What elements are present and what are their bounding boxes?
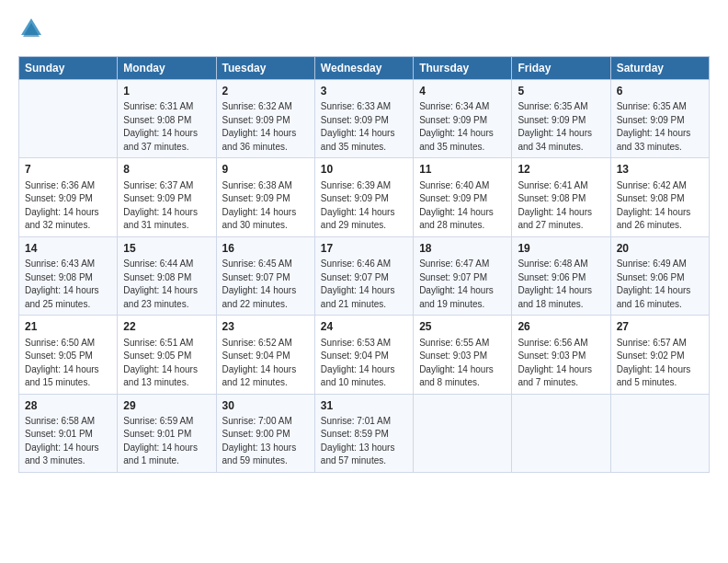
day-number: 2 <box>222 84 309 99</box>
header-cell-tuesday: Tuesday <box>216 57 314 80</box>
day-content: Sunrise: 6:37 AMSunset: 9:09 PMDaylight:… <box>123 179 210 233</box>
header-cell-sunday: Sunday <box>19 57 118 80</box>
day-content: Sunrise: 6:45 AMSunset: 9:07 PMDaylight:… <box>222 258 309 311</box>
day-cell <box>19 80 118 158</box>
day-content: Sunrise: 6:57 AMSunset: 9:02 PMDaylight:… <box>617 337 703 390</box>
header <box>18 17 710 43</box>
header-cell-friday: Friday <box>512 57 610 80</box>
day-cell: 3Sunrise: 6:33 AMSunset: 9:09 PMDaylight… <box>314 80 413 158</box>
day-number: 5 <box>518 84 604 99</box>
day-cell: 29Sunrise: 6:59 AMSunset: 9:01 PMDayligh… <box>118 394 216 472</box>
day-number: 9 <box>222 162 309 178</box>
week-row-5: 28Sunrise: 6:58 AMSunset: 9:01 PMDayligh… <box>19 394 710 472</box>
calendar-table: SundayMondayTuesdayWednesdayThursdayFrid… <box>18 56 710 473</box>
day-number: 31 <box>321 398 407 414</box>
day-content: Sunrise: 6:40 AMSunset: 9:09 PMDaylight:… <box>419 179 506 233</box>
day-cell: 11Sunrise: 6:40 AMSunset: 9:09 PMDayligh… <box>414 158 512 236</box>
day-content: Sunrise: 6:53 AMSunset: 9:04 PMDaylight:… <box>321 337 407 390</box>
day-number: 24 <box>321 319 407 335</box>
week-row-4: 21Sunrise: 6:50 AMSunset: 9:05 PMDayligh… <box>19 316 710 394</box>
day-cell: 7Sunrise: 6:36 AMSunset: 9:09 PMDaylight… <box>19 158 118 236</box>
day-content: Sunrise: 6:47 AMSunset: 9:07 PMDaylight:… <box>419 258 506 311</box>
week-row-2: 7Sunrise: 6:36 AMSunset: 9:09 PMDaylight… <box>19 158 710 236</box>
header-cell-saturday: Saturday <box>610 57 709 80</box>
day-cell: 5Sunrise: 6:35 AMSunset: 9:09 PMDaylight… <box>512 80 610 158</box>
header-row: SundayMondayTuesdayWednesdayThursdayFrid… <box>19 57 710 80</box>
day-cell <box>610 394 709 472</box>
day-cell: 1Sunrise: 6:31 AMSunset: 9:08 PMDaylight… <box>118 80 216 158</box>
day-content: Sunrise: 6:38 AMSunset: 9:09 PMDaylight:… <box>222 179 309 233</box>
day-number: 29 <box>123 398 210 414</box>
day-cell: 18Sunrise: 6:47 AMSunset: 9:07 PMDayligh… <box>414 236 512 315</box>
day-content: Sunrise: 6:33 AMSunset: 9:09 PMDaylight:… <box>321 100 407 154</box>
day-cell: 17Sunrise: 6:46 AMSunset: 9:07 PMDayligh… <box>314 236 413 315</box>
day-content: Sunrise: 6:39 AMSunset: 9:09 PMDaylight:… <box>321 179 407 233</box>
day-content: Sunrise: 7:01 AMSunset: 8:59 PMDaylight:… <box>321 415 407 468</box>
day-number: 28 <box>25 398 111 414</box>
day-content: Sunrise: 6:48 AMSunset: 9:06 PMDaylight:… <box>518 258 604 311</box>
header-cell-wednesday: Wednesday <box>314 57 413 80</box>
day-number: 15 <box>123 241 210 257</box>
day-content: Sunrise: 6:32 AMSunset: 9:09 PMDaylight:… <box>222 100 309 154</box>
day-cell: 9Sunrise: 6:38 AMSunset: 9:09 PMDaylight… <box>216 158 314 236</box>
day-number: 17 <box>321 241 407 257</box>
day-number: 14 <box>25 241 111 257</box>
day-content: Sunrise: 6:59 AMSunset: 9:01 PMDaylight:… <box>123 415 210 468</box>
day-cell: 6Sunrise: 6:35 AMSunset: 9:09 PMDaylight… <box>610 80 709 158</box>
day-number: 12 <box>518 162 604 178</box>
day-cell: 10Sunrise: 6:39 AMSunset: 9:09 PMDayligh… <box>314 158 413 236</box>
day-content: Sunrise: 6:50 AMSunset: 9:05 PMDaylight:… <box>25 337 111 390</box>
day-number: 11 <box>419 162 506 178</box>
day-number: 18 <box>419 241 506 257</box>
day-cell: 15Sunrise: 6:44 AMSunset: 9:08 PMDayligh… <box>118 236 216 315</box>
day-number: 7 <box>25 162 111 178</box>
week-row-3: 14Sunrise: 6:43 AMSunset: 9:08 PMDayligh… <box>19 236 710 315</box>
day-cell: 21Sunrise: 6:50 AMSunset: 9:05 PMDayligh… <box>19 316 118 394</box>
day-content: Sunrise: 6:42 AMSunset: 9:08 PMDaylight:… <box>617 179 703 233</box>
day-number: 1 <box>123 84 210 99</box>
day-content: Sunrise: 6:36 AMSunset: 9:09 PMDaylight:… <box>25 179 111 233</box>
day-number: 8 <box>123 162 210 178</box>
day-cell: 20Sunrise: 6:49 AMSunset: 9:06 PMDayligh… <box>610 236 709 315</box>
day-number: 13 <box>617 162 703 178</box>
day-content: Sunrise: 6:35 AMSunset: 9:09 PMDaylight:… <box>518 100 604 154</box>
page: SundayMondayTuesdayWednesdayThursdayFrid… <box>0 0 728 482</box>
day-cell: 14Sunrise: 6:43 AMSunset: 9:08 PMDayligh… <box>19 236 118 315</box>
day-number: 30 <box>222 398 309 414</box>
day-content: Sunrise: 6:31 AMSunset: 9:08 PMDaylight:… <box>123 100 210 154</box>
day-content: Sunrise: 6:44 AMSunset: 9:08 PMDaylight:… <box>123 258 210 311</box>
day-number: 10 <box>321 162 407 178</box>
day-number: 16 <box>222 241 309 257</box>
day-content: Sunrise: 6:35 AMSunset: 9:09 PMDaylight:… <box>617 100 703 154</box>
day-cell: 12Sunrise: 6:41 AMSunset: 9:08 PMDayligh… <box>512 158 610 236</box>
day-content: Sunrise: 6:56 AMSunset: 9:03 PMDaylight:… <box>518 337 604 390</box>
day-content: Sunrise: 6:51 AMSunset: 9:05 PMDaylight:… <box>123 337 210 390</box>
day-cell: 8Sunrise: 6:37 AMSunset: 9:09 PMDaylight… <box>118 158 216 236</box>
day-content: Sunrise: 7:00 AMSunset: 9:00 PMDaylight:… <box>222 415 309 468</box>
day-cell: 19Sunrise: 6:48 AMSunset: 9:06 PMDayligh… <box>512 236 610 315</box>
day-content: Sunrise: 6:41 AMSunset: 9:08 PMDaylight:… <box>518 179 604 233</box>
logo-text <box>18 17 44 43</box>
day-content: Sunrise: 6:55 AMSunset: 9:03 PMDaylight:… <box>419 337 506 390</box>
day-cell: 25Sunrise: 6:55 AMSunset: 9:03 PMDayligh… <box>414 316 512 394</box>
day-cell: 16Sunrise: 6:45 AMSunset: 9:07 PMDayligh… <box>216 236 314 315</box>
day-cell <box>414 394 512 472</box>
day-cell: 13Sunrise: 6:42 AMSunset: 9:08 PMDayligh… <box>610 158 709 236</box>
week-row-1: 1Sunrise: 6:31 AMSunset: 9:08 PMDaylight… <box>19 80 710 158</box>
day-cell <box>512 394 610 472</box>
day-content: Sunrise: 6:43 AMSunset: 9:08 PMDaylight:… <box>25 258 111 311</box>
day-cell: 23Sunrise: 6:52 AMSunset: 9:04 PMDayligh… <box>216 316 314 394</box>
day-content: Sunrise: 6:52 AMSunset: 9:04 PMDaylight:… <box>222 337 309 390</box>
logo <box>18 17 46 43</box>
day-number: 21 <box>25 319 111 335</box>
day-cell: 24Sunrise: 6:53 AMSunset: 9:04 PMDayligh… <box>314 316 413 394</box>
day-cell: 26Sunrise: 6:56 AMSunset: 9:03 PMDayligh… <box>512 316 610 394</box>
day-number: 25 <box>419 319 506 335</box>
day-number: 6 <box>617 84 703 99</box>
day-number: 3 <box>321 84 407 99</box>
day-content: Sunrise: 6:49 AMSunset: 9:06 PMDaylight:… <box>617 258 703 311</box>
header-cell-thursday: Thursday <box>414 57 512 80</box>
day-number: 19 <box>518 241 604 257</box>
day-content: Sunrise: 6:58 AMSunset: 9:01 PMDaylight:… <box>25 415 111 468</box>
day-number: 4 <box>419 84 506 99</box>
